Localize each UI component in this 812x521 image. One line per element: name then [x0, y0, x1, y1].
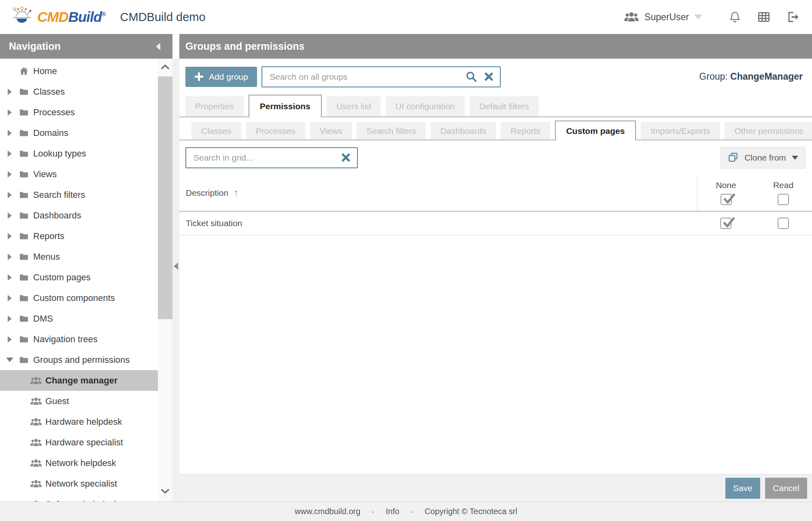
caret-right-icon[interactable]: [5, 274, 15, 281]
sidebar-item-processes[interactable]: Processes: [0, 102, 158, 123]
tab-users-list[interactable]: Users list: [327, 96, 381, 116]
tab-default-filters[interactable]: Default filters: [470, 96, 539, 116]
cancel-button[interactable]: Cancel: [765, 478, 807, 499]
search-icon[interactable]: [465, 70, 478, 83]
clear-icon[interactable]: [484, 72, 494, 82]
sidebar-item-change-manager[interactable]: Change manager: [0, 370, 158, 391]
tab-permissions[interactable]: Permissions: [249, 95, 322, 117]
info-link[interactable]: Info: [386, 507, 399, 516]
users-icon: [30, 396, 42, 407]
grid-search-input[interactable]: [186, 153, 341, 163]
permissions-grid: Description ↑ None Read Ticket situation: [179, 175, 812, 474]
sidebar-item-hardware-helpdesk[interactable]: Hardware helpdesk: [0, 411, 158, 432]
caret-right-icon[interactable]: [5, 89, 15, 95]
column-header-none[interactable]: None: [697, 175, 755, 211]
caret-right-icon[interactable]: [5, 254, 15, 260]
footer-separator: ·: [372, 507, 374, 516]
none-header-checkbox[interactable]: [721, 194, 732, 205]
row-none-cell: [697, 212, 755, 235]
scrollbar-thumb[interactable]: [158, 76, 172, 319]
caret-right-icon[interactable]: [5, 130, 15, 136]
caret-right-icon[interactable]: [5, 150, 15, 157]
sidebar-item-dashboards[interactable]: Dashboards: [0, 205, 158, 226]
folder-icon: [18, 169, 30, 180]
tab-views[interactable]: Views: [310, 122, 352, 140]
column-header-read[interactable]: Read: [755, 175, 812, 211]
cmdbuild-site-link[interactable]: www.cmdbuild.org: [295, 507, 360, 516]
sidebar-item-label: Navigation trees: [33, 334, 98, 345]
sidebar-item-search-filters[interactable]: Search filters: [0, 184, 158, 205]
tab-search-filters[interactable]: Search filters: [357, 122, 426, 140]
tab-reports[interactable]: Reports: [501, 122, 550, 140]
sidebar-scrollbar[interactable]: [158, 59, 172, 502]
sidebar-item-menus[interactable]: Menus: [0, 246, 158, 267]
read-column-label: Read: [773, 180, 793, 190]
collapse-panel-icon[interactable]: [174, 263, 178, 270]
tab-imports-exports[interactable]: Imports/Exports: [641, 122, 720, 140]
sidebar-item-lookup-types[interactable]: Lookup types: [0, 143, 158, 164]
column-header-description[interactable]: Description ↑: [179, 175, 697, 211]
sidebar-item-home[interactable]: Home: [0, 61, 158, 81]
sidebar-item-label: Guest: [45, 396, 69, 407]
tab-custom-pages[interactable]: Custom pages: [555, 121, 636, 140]
tab-other-permissions[interactable]: Other permissions: [725, 122, 812, 140]
tab-label: Users list: [336, 102, 371, 111]
folder-icon: [18, 292, 30, 304]
save-button[interactable]: Save: [725, 478, 760, 499]
sidebar-item-hardware-specialist[interactable]: Hardware specialist: [0, 432, 158, 453]
row-read-checkbox[interactable]: [778, 218, 789, 229]
folder-icon: [18, 272, 30, 283]
caret-right-icon[interactable]: [5, 109, 15, 116]
caret-right-icon[interactable]: [5, 171, 15, 178]
sidebar-item-groups-and-permissions[interactable]: Groups and permissions: [0, 349, 158, 370]
caret-right-icon[interactable]: [5, 295, 15, 301]
panel-title: Groups and permissions: [185, 40, 305, 52]
caret-right-icon[interactable]: [5, 212, 15, 219]
panel-splitter[interactable]: [172, 34, 179, 502]
sidebar-item-classes[interactable]: Classes: [0, 81, 158, 102]
user-menu[interactable]: SuperUser: [624, 11, 702, 23]
navigation-tree: HomeClassesProcessesDomainsLookup typesV…: [0, 59, 158, 502]
table-row[interactable]: Ticket situation: [179, 212, 812, 235]
add-group-button[interactable]: Add group: [185, 67, 257, 87]
sidebar-item-label: Lookup types: [33, 148, 86, 159]
folder-icon: [18, 148, 30, 159]
cmdbuild-logo[interactable]: CMDBuild®: [11, 6, 106, 28]
caret-right-icon[interactable]: [5, 192, 15, 198]
data-view-button[interactable]: [757, 10, 771, 24]
scroll-down-icon[interactable]: [161, 488, 170, 496]
caret-down-icon: [792, 156, 798, 160]
users-icon: [30, 375, 42, 386]
sidebar-item-reports[interactable]: Reports: [0, 226, 158, 246]
caret-down-icon[interactable]: [5, 358, 15, 362]
caret-right-icon[interactable]: [5, 336, 15, 343]
collapse-sidebar-icon[interactable]: [156, 43, 160, 50]
grid-clear-icon[interactable]: [341, 152, 351, 163]
notifications-button[interactable]: [728, 10, 742, 24]
caret-right-icon[interactable]: [5, 316, 15, 322]
sidebar-item-guest[interactable]: Guest: [0, 391, 158, 411]
sidebar-item-custom-pages[interactable]: Custom pages: [0, 267, 158, 288]
sidebar-item-software-helpdesk[interactable]: Software helpdesk: [0, 494, 158, 502]
caret-right-icon[interactable]: [5, 233, 15, 239]
sidebar-item-navigation-trees[interactable]: Navigation trees: [0, 329, 158, 349]
tab-processes[interactable]: Processes: [246, 122, 305, 140]
clone-from-button[interactable]: Clone from: [721, 147, 806, 169]
scroll-up-icon[interactable]: [161, 64, 170, 71]
tab-ui-configuration[interactable]: UI configuration: [386, 96, 465, 116]
tab-dashboards[interactable]: Dashboards: [431, 122, 496, 140]
sidebar-item-domains[interactable]: Domains: [0, 123, 158, 143]
logout-button[interactable]: [786, 10, 800, 24]
sidebar-item-network-specialist[interactable]: Network specialist: [0, 473, 158, 494]
row-none-checkbox[interactable]: [720, 218, 731, 229]
read-header-checkbox[interactable]: [778, 194, 789, 205]
sidebar-item-network-helpdesk[interactable]: Network helpdesk: [0, 453, 158, 473]
sidebar-item-views[interactable]: Views: [0, 164, 158, 184]
tab-classes[interactable]: Classes: [191, 122, 241, 140]
groups-search-input[interactable]: [262, 72, 465, 82]
tab-label: Default filters: [479, 102, 529, 111]
sidebar-item-label: Network specialist: [45, 479, 117, 489]
sidebar-item-custom-components[interactable]: Custom components: [0, 288, 158, 308]
sidebar-item-dms[interactable]: DMS: [0, 308, 158, 329]
tab-properties[interactable]: Properties: [185, 96, 244, 116]
